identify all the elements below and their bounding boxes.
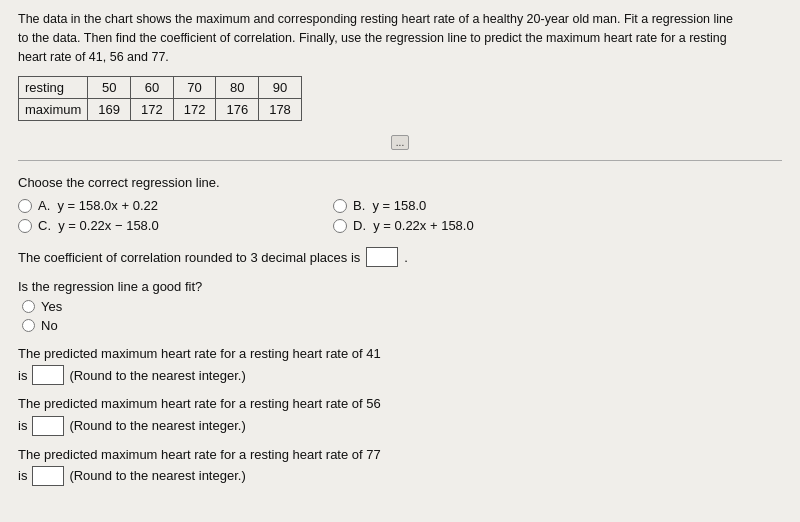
option-c-label: C. y = 0.22x − 158.0 xyxy=(38,218,159,233)
prediction-77-note: (Round to the nearest integer.) xyxy=(69,468,245,483)
table-r1-c1: 50 xyxy=(88,77,131,99)
option-c-radio[interactable] xyxy=(18,219,32,233)
coefficient-period: . xyxy=(404,250,408,265)
prediction-41-input[interactable] xyxy=(32,365,64,385)
prediction-56-inline: is (Round to the nearest integer.) xyxy=(18,416,782,436)
table-row1-label: resting xyxy=(19,77,88,99)
prediction-41-is: is xyxy=(18,368,27,383)
option-a-radio[interactable] xyxy=(18,199,32,213)
coefficient-label: The coefficient of correlation rounded t… xyxy=(18,250,360,265)
option-a: A. y = 158.0x + 0.22 xyxy=(18,198,303,213)
data-table: resting 50 60 70 80 90 maximum 169 172 1… xyxy=(18,76,302,121)
prediction-41-note: (Round to the nearest integer.) xyxy=(69,368,245,383)
goodfit-no-radio[interactable] xyxy=(22,319,35,332)
goodfit-section: Is the regression line a good fit? Yes N… xyxy=(18,279,782,333)
expand-button[interactable]: ... xyxy=(391,135,409,150)
table-r1-c5: 90 xyxy=(259,77,302,99)
table-r2-c4: 176 xyxy=(216,99,259,121)
option-b-label: B. y = 158.0 xyxy=(353,198,426,213)
prediction-56-block: The predicted maximum heart rate for a r… xyxy=(18,395,782,435)
prediction-77-block: The predicted maximum heart rate for a r… xyxy=(18,446,782,486)
table-r1-c2: 60 xyxy=(131,77,174,99)
prediction-56-is: is xyxy=(18,418,27,433)
table-row2-label: maximum xyxy=(19,99,88,121)
option-c: C. y = 0.22x − 158.0 xyxy=(18,218,303,233)
coefficient-input[interactable] xyxy=(366,247,398,267)
goodfit-no: No xyxy=(22,318,782,333)
goodfit-yes-label: Yes xyxy=(41,299,62,314)
table-r1-c4: 80 xyxy=(216,77,259,99)
prediction-56-note: (Round to the nearest integer.) xyxy=(69,418,245,433)
regression-label: Choose the correct regression line. xyxy=(18,175,782,190)
prediction-41-inline: is (Round to the nearest integer.) xyxy=(18,365,782,385)
goodfit-options: Yes No xyxy=(22,299,782,333)
prediction-56-text: The predicted maximum heart rate for a r… xyxy=(18,395,782,413)
prediction-77-input[interactable] xyxy=(32,466,64,486)
goodfit-yes-radio[interactable] xyxy=(22,300,35,313)
table-r2-c5: 178 xyxy=(259,99,302,121)
table-r2-c2: 172 xyxy=(131,99,174,121)
option-d: D. y = 0.22x + 158.0 xyxy=(333,218,618,233)
option-a-label: A. y = 158.0x + 0.22 xyxy=(38,198,158,213)
goodfit-label: Is the regression line a good fit? xyxy=(18,279,782,294)
prediction-41-block: The predicted maximum heart rate for a r… xyxy=(18,345,782,385)
option-b: B. y = 158.0 xyxy=(333,198,618,213)
option-b-radio[interactable] xyxy=(333,199,347,213)
regression-options: A. y = 158.0x + 0.22 B. y = 158.0 C. y =… xyxy=(18,198,618,233)
instructions-text: The data in the chart shows the maximum … xyxy=(18,10,738,66)
table-r1-c3: 70 xyxy=(173,77,216,99)
goodfit-yes: Yes xyxy=(22,299,782,314)
option-d-label: D. y = 0.22x + 158.0 xyxy=(353,218,474,233)
prediction-41-text: The predicted maximum heart rate for a r… xyxy=(18,345,782,363)
table-r2-c3: 172 xyxy=(173,99,216,121)
option-d-radio[interactable] xyxy=(333,219,347,233)
prediction-77-text: The predicted maximum heart rate for a r… xyxy=(18,446,782,464)
table-r2-c1: 169 xyxy=(88,99,131,121)
prediction-77-is: is xyxy=(18,468,27,483)
divider xyxy=(18,160,782,161)
prediction-77-inline: is (Round to the nearest integer.) xyxy=(18,466,782,486)
prediction-56-input[interactable] xyxy=(32,416,64,436)
goodfit-no-label: No xyxy=(41,318,58,333)
coefficient-row: The coefficient of correlation rounded t… xyxy=(18,247,782,267)
